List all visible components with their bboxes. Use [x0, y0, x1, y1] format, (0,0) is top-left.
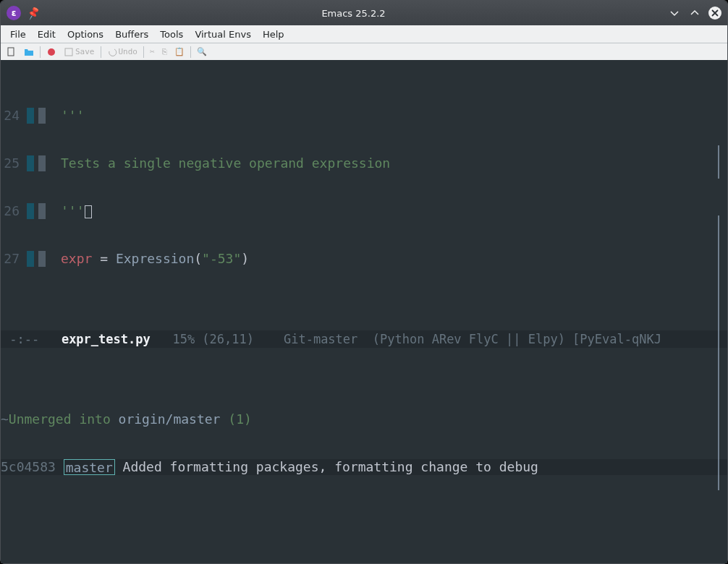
code-text: Tests a single negative operand expressi…: [61, 155, 390, 171]
branch-badge: master: [64, 459, 115, 475]
menu-help[interactable]: Help: [258, 27, 289, 41]
menu-file[interactable]: File: [5, 27, 31, 41]
linenum: 26: [1, 203, 21, 219]
code-text: ''': [61, 203, 85, 218]
scrollbar-thumb[interactable]: [718, 145, 719, 179]
toolbar: Save Undo ✂ ⎘ 📋 🔍: [1, 43, 727, 60]
menu-edit[interactable]: Edit: [33, 27, 61, 41]
magit-section-header[interactable]: Unmerged into: [9, 411, 119, 427]
editor-area[interactable]: 24''' 25Tests a single negative operand …: [1, 60, 727, 563]
modeline-code: -:-- expr_test.py 15% (26,11) Git-master…: [1, 330, 727, 348]
undo-button[interactable]: Undo: [104, 46, 141, 59]
menu-options[interactable]: Options: [62, 27, 109, 41]
close-buffer-icon[interactable]: [43, 46, 59, 59]
svg-point-1: [48, 48, 55, 56]
app-icon: ε: [7, 6, 21, 20]
buffer-name: expr_test.py: [46, 332, 150, 346]
svg-rect-2: [65, 48, 72, 56]
linenum: 24: [1, 108, 21, 124]
menu-tools[interactable]: Tools: [155, 27, 188, 41]
save-label: Save: [75, 47, 95, 56]
paste-icon[interactable]: 📋: [172, 46, 187, 58]
pin-icon[interactable]: 📌: [25, 6, 41, 20]
new-file-icon[interactable]: [4, 46, 20, 59]
scrollbar-thumb[interactable]: [718, 215, 719, 490]
window-title: Emacs 25.2.2: [39, 8, 668, 19]
cursor: [85, 205, 92, 218]
save-button[interactable]: Save: [61, 46, 98, 59]
menu-virtual-envs[interactable]: Virtual Envs: [190, 27, 256, 41]
code-text: ''': [61, 108, 85, 123]
code-text: expr: [61, 251, 92, 266]
minimize-icon[interactable]: [668, 7, 681, 20]
copy-icon[interactable]: ⎘: [159, 46, 170, 58]
search-icon[interactable]: 🔍: [194, 46, 210, 58]
open-file-icon[interactable]: [21, 46, 37, 59]
app-window: ε 📌 Emacs 25.2.2 File Edit Options Buffe…: [0, 0, 728, 564]
linenum: 25: [1, 155, 21, 171]
commit-message: Added formatting packages, formatting ch…: [115, 459, 538, 475]
magit-commit-line[interactable]: 5c04583 master Added formatting packages…: [1, 459, 727, 475]
svg-rect-0: [8, 48, 14, 56]
cut-icon[interactable]: ✂: [147, 46, 158, 58]
menu-buffers[interactable]: Buffers: [110, 27, 153, 41]
maximize-icon[interactable]: [688, 7, 701, 20]
linenum: 27: [1, 251, 21, 267]
commit-hash: 5c04583: [1, 459, 64, 475]
menubar: File Edit Options Buffers Tools Virtual …: [1, 25, 727, 43]
titlebar: ε 📌 Emacs 25.2.2: [1, 1, 727, 25]
undo-label: Undo: [119, 47, 138, 56]
close-icon[interactable]: [708, 7, 721, 20]
